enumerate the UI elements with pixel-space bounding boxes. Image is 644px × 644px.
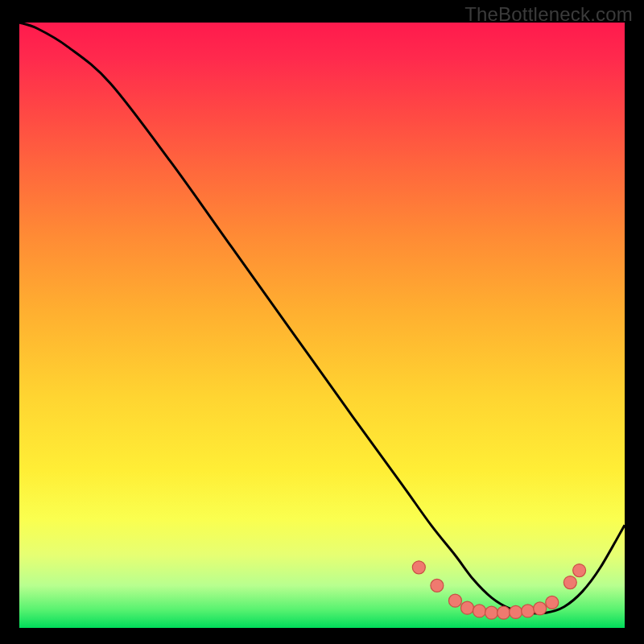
data-marker (510, 605, 522, 618)
chart-frame: TheBottleneck.com (0, 0, 644, 644)
watermark-text: TheBottleneck.com (464, 3, 633, 26)
data-marker (412, 561, 425, 574)
data-marker (573, 564, 586, 577)
data-marker (497, 606, 510, 619)
data-marker (448, 594, 461, 607)
data-marker (522, 605, 535, 617)
data-marker (534, 602, 547, 615)
plot-gradient-area (19, 23, 625, 628)
data-marker (485, 606, 498, 619)
data-marker (564, 576, 576, 589)
data-marker (546, 596, 559, 609)
data-marker (473, 605, 486, 617)
data-marker (431, 579, 444, 592)
marker-layer (19, 23, 625, 628)
data-marker (460, 601, 473, 614)
